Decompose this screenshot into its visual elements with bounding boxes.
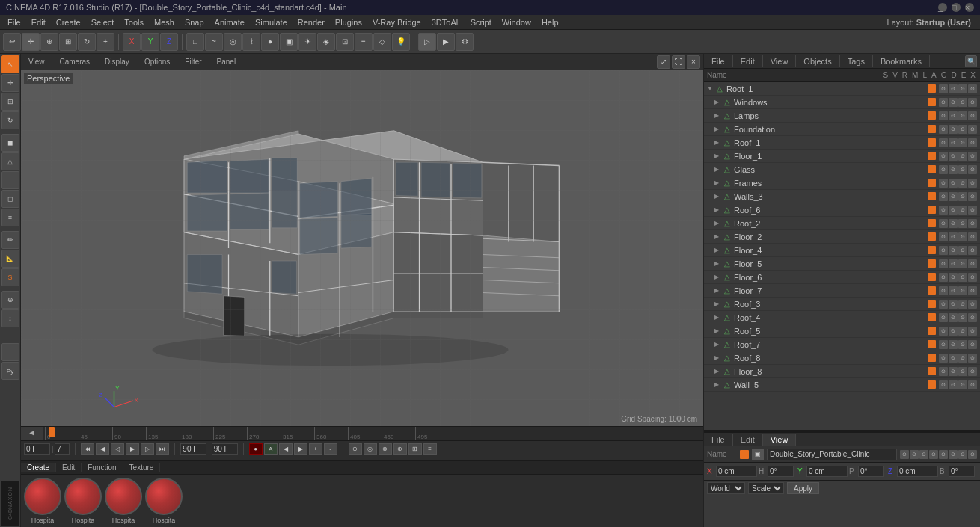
menu-plugins[interactable]: Plugins	[331, 16, 367, 28]
rtab-view[interactable]: View	[763, 55, 797, 67]
ci-ro6-1[interactable]: ⊙	[939, 206, 948, 215]
object-name-input[interactable]	[767, 449, 897, 460]
viewport[interactable]: Perspective	[21, 70, 703, 426]
menu-vray[interactable]: V-Ray Bridge	[368, 16, 426, 28]
ci-3[interactable]: ⊙	[958, 84, 967, 93]
vp-cameras[interactable]: Cameras	[55, 57, 95, 67]
ci-fl4[interactable]: ⊙	[968, 152, 977, 161]
window-controls[interactable]: _ □ ×	[938, 3, 974, 12]
ci-ro6-3[interactable]: ⊙	[958, 206, 967, 215]
ci-wa3[interactable]: ⊙	[958, 192, 967, 201]
obj-row-foundation[interactable]: ▶ △ Foundation ⊙ ⊙ ⊙ ⊙	[704, 123, 980, 136]
btn-prev-frame[interactable]: ◀	[96, 443, 109, 455]
ci-wa2[interactable]: ⊙	[949, 192, 958, 201]
mat-tab-function[interactable]: Function	[82, 463, 123, 472]
apply-button[interactable]: Apply	[787, 482, 819, 494]
ci-g4[interactable]: ⊙	[968, 165, 977, 174]
mat-swatch-4[interactable]	[145, 478, 183, 515]
mat-tab-edit[interactable]: Edit	[56, 463, 82, 472]
ci-r1[interactable]: ⊙	[939, 138, 948, 147]
tb-scale[interactable]: ⊞	[59, 33, 77, 51]
menu-simulate[interactable]: Simulate	[251, 16, 292, 28]
dot-root1[interactable]	[928, 84, 936, 93]
obj-row-floor1[interactable]: ▶ △ Floor_1 ⊙ ⊙ ⊙ ⊙	[704, 150, 980, 163]
lower-tab-file[interactable]: File	[704, 434, 733, 446]
prop-icon-5[interactable]: ⊙	[939, 450, 948, 459]
rtab-file[interactable]: File	[704, 55, 733, 67]
btn-play-back[interactable]: ◁	[111, 443, 124, 455]
p-input[interactable]	[858, 466, 884, 477]
vp-expand[interactable]: ⤢	[657, 55, 670, 69]
tb-camera[interactable]: ▣	[280, 33, 298, 51]
obj-row-wall5[interactable]: ▶ △ Wall_5 ⊙⊙⊙⊙	[704, 378, 980, 392]
menu-select[interactable]: Select	[87, 16, 119, 28]
close-btn[interactable]: ×	[965, 3, 974, 12]
btn-prev-key[interactable]: ◀	[279, 443, 293, 455]
ci-fr1[interactable]: ⊙	[939, 179, 948, 188]
menu-tools[interactable]: Tools	[120, 16, 148, 28]
z-input[interactable]	[897, 466, 938, 477]
btn-motion2[interactable]: ◎	[364, 443, 377, 455]
prop-icon-3[interactable]: ⊙	[919, 450, 928, 459]
ci-fr3[interactable]: ⊙	[958, 179, 967, 188]
ci-l2[interactable]: ⊙	[949, 111, 958, 120]
tb-render-set[interactable]: ⚙	[456, 33, 474, 51]
obj-row-root1[interactable]: ▼ △ Root_1 ⊙ ⊙ ⊙ ⊙	[704, 82, 980, 96]
minimize-btn[interactable]: _	[938, 3, 947, 12]
world-select[interactable]: World Object	[707, 482, 745, 494]
ci-f3[interactable]: ⊙	[958, 125, 967, 134]
btn-play[interactable]: ▶	[126, 443, 139, 455]
tb-render[interactable]: ▷	[418, 33, 436, 51]
mat-swatch-1[interactable]	[24, 478, 61, 515]
tool-scale[interactable]: ⊞	[1, 93, 19, 111]
ci-f4[interactable]: ⊙	[968, 125, 977, 134]
ci-4[interactable]: ⊙	[968, 84, 977, 93]
tool-snap[interactable]: ⊕	[1, 291, 19, 309]
menu-3dtoall[interactable]: 3DToAll	[427, 16, 465, 28]
tb-light[interactable]: ☀	[298, 33, 316, 51]
tool-script-s[interactable]: S	[1, 268, 19, 286]
vp-filter[interactable]: Filter	[180, 57, 206, 67]
obj-row-glass[interactable]: ▶ △ Glass ⊙ ⊙ ⊙ ⊙	[704, 163, 980, 176]
obj-row-floor6[interactable]: ▶ △ Floor_6 ⊙⊙⊙⊙	[704, 271, 980, 284]
ci-r3[interactable]: ⊙	[958, 138, 967, 147]
rtab-edit[interactable]: Edit	[733, 55, 763, 67]
prop-icon-8[interactable]: ⊙	[968, 450, 977, 459]
tb-scene[interactable]: ●	[261, 33, 279, 51]
rtab-tags[interactable]: Tags	[840, 55, 873, 67]
tool-paint[interactable]: ✏	[1, 231, 19, 249]
tb-nurbs[interactable]: ◎	[224, 33, 242, 51]
maximize-btn[interactable]: □	[952, 3, 961, 12]
ci-w2[interactable]: ⊙	[949, 98, 958, 107]
obj-row-floor7[interactable]: ▶ △ Floor_7 ⊙⊙⊙⊙	[704, 284, 980, 298]
dot-windows[interactable]	[928, 98, 936, 106]
prop-icon-2[interactable]: ⊙	[910, 450, 919, 459]
obj-row-roof6[interactable]: ▶ △ Roof_6 ⊙ ⊙ ⊙ ⊙	[704, 203, 980, 217]
obj-row-roof3[interactable]: ▶ △ Roof_3 ⊙⊙⊙⊙	[704, 298, 980, 311]
obj-row-floor5[interactable]: ▶ △ Floor_5 ⊙⊙⊙⊙	[704, 257, 980, 271]
ci-l3[interactable]: ⊙	[958, 111, 967, 120]
lower-tab-view[interactable]: View	[763, 434, 797, 446]
ci-ro6-4[interactable]: ⊙	[968, 206, 977, 215]
prop-icon-7[interactable]: ⊙	[958, 450, 967, 459]
obj-row-roof1[interactable]: ▶ △ Roof_1 ⊙ ⊙ ⊙ ⊙	[704, 136, 980, 150]
rtab-bookmarks[interactable]: Bookmarks	[873, 55, 930, 67]
menu-mesh[interactable]: Mesh	[150, 16, 179, 28]
btn-goto-start[interactable]: ⏮	[81, 443, 94, 455]
mat-tab-texture[interactable]: Texture	[123, 463, 161, 472]
vp-display[interactable]: Display	[100, 57, 134, 67]
tool-align[interactable]: ↕	[1, 309, 19, 327]
ci-r2[interactable]: ⊙	[949, 138, 958, 147]
obj-row-floor4[interactable]: ▶ △ Floor_4 ⊙⊙⊙⊙	[704, 244, 980, 257]
dot-walls3[interactable]	[928, 192, 936, 200]
prop-icon-1[interactable]: ⊙	[900, 450, 909, 459]
search-icon[interactable]: 🔍	[965, 55, 977, 67]
mat-swatch-2[interactable]	[64, 478, 102, 515]
menu-edit[interactable]: Edit	[27, 16, 50, 28]
ci-g3[interactable]: ⊙	[958, 165, 967, 174]
obj-row-roof8[interactable]: ▶ △ Roof_8 ⊙⊙⊙⊙	[704, 351, 980, 365]
y-input[interactable]	[806, 466, 848, 477]
ci-w3[interactable]: ⊙	[958, 98, 967, 107]
dot-roof6[interactable]	[928, 206, 936, 214]
prop-icon-4[interactable]: ⊙	[929, 450, 938, 459]
